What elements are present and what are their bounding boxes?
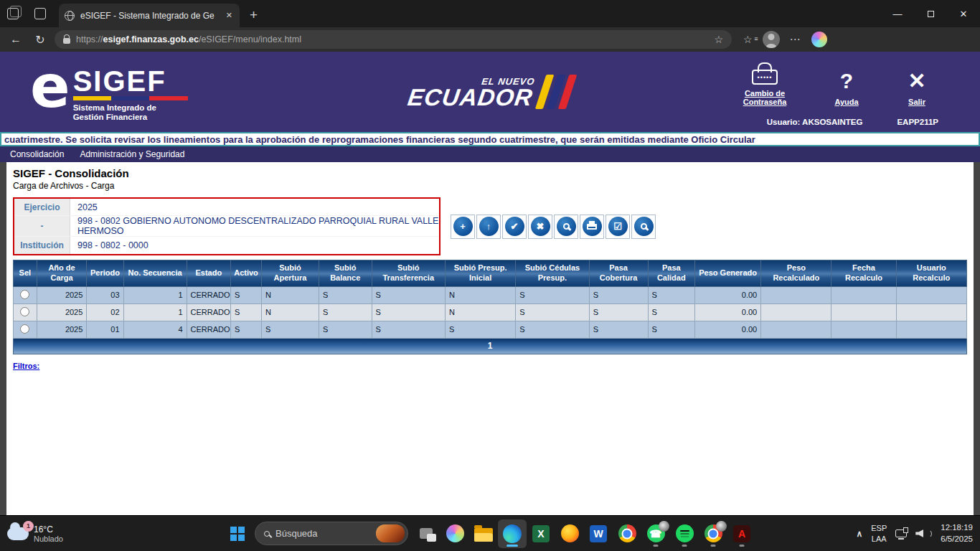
- el-nuevo-ecuador-logo: EL NUEVO ECUADOR: [409, 75, 572, 109]
- print-button[interactable]: [580, 215, 604, 239]
- back-icon[interactable]: ←: [6, 33, 26, 46]
- refresh-icon[interactable]: ↻: [30, 33, 50, 47]
- tray-expand-icon[interactable]: ∧: [856, 529, 862, 539]
- running-indicator: [682, 545, 687, 547]
- confirm-record-icon: ☑: [608, 217, 628, 236]
- taskbar-file-explorer-icon[interactable]: [469, 519, 498, 548]
- taskbar-chrome-icon[interactable]: [613, 519, 641, 548]
- table-cell: 03: [87, 286, 123, 303]
- column-header: Sel: [14, 260, 37, 287]
- browser-tab[interactable]: eSIGEF - Sistema Integrado de Ge ✕: [59, 4, 240, 27]
- pager-bar[interactable]: 1: [13, 339, 967, 354]
- query-record-button[interactable]: [631, 215, 656, 239]
- row-select-radio[interactable]: [20, 324, 29, 334]
- tab-close-icon[interactable]: ✕: [225, 11, 234, 20]
- table-cell: 01: [87, 321, 123, 338]
- taskbar-firefox-icon[interactable]: [555, 519, 584, 548]
- page-title: SIGEF - Consolidación: [13, 167, 974, 179]
- save-record-icon: ↑: [479, 217, 499, 236]
- taskbar-search[interactable]: Búsqueda: [255, 522, 408, 545]
- column-header: Pasa Calidad: [648, 260, 695, 287]
- select-cell: [14, 286, 37, 303]
- maximize-button[interactable]: [914, 0, 947, 27]
- table-cell: CERRADO: [187, 286, 230, 303]
- chrome-profile-glyph: [705, 524, 722, 542]
- clock[interactable]: 12:18:19 6/5/2025: [941, 522, 973, 545]
- table-cell: 02: [87, 303, 123, 321]
- form-row: Ejercicio2025: [14, 199, 439, 216]
- menu-item-consolidaci-n[interactable]: Consolidación: [10, 149, 64, 159]
- taskbar-edge-icon[interactable]: [498, 519, 527, 548]
- bookmark-star-icon[interactable]: ☆: [714, 34, 723, 45]
- language-indicator[interactable]: ESP LAA: [871, 523, 887, 545]
- logo-subtitle-2: Gestión Financiera: [73, 113, 188, 122]
- minimize-button[interactable]: —: [881, 0, 914, 27]
- row-select-radio[interactable]: [20, 290, 29, 299]
- network-icon[interactable]: [895, 529, 907, 537]
- taskbar-chrome-profile-icon[interactable]: [699, 519, 727, 548]
- table-wrap: SelAño de CargaPeriodoNo. SecuenciaEstad…: [13, 260, 967, 354]
- system-tray: ∧ ESP LAA 12:18:19 6/5/2025: [856, 522, 973, 545]
- confirm-record-button[interactable]: ☑: [606, 215, 630, 239]
- logo-e: e: [30, 62, 70, 112]
- page-number[interactable]: 1: [488, 341, 493, 351]
- header-actions: Cambio de Contraseña?Ayuda✕Salir: [732, 60, 938, 106]
- taskbar-whatsapp-icon[interactable]: ☎: [641, 519, 670, 548]
- split-screen-icon[interactable]: [34, 8, 46, 19]
- file-explorer-glyph: [474, 528, 493, 542]
- taskbar-acrobat-icon[interactable]: A: [727, 519, 756, 548]
- taskbar-spotify-icon[interactable]: [670, 519, 699, 548]
- favorites-icon[interactable]: ☆≡: [743, 34, 753, 45]
- table-row: 2025021CERRADOSNSSNSSS0.00: [14, 303, 967, 321]
- exit-button[interactable]: ✕Salir: [895, 69, 938, 106]
- volume-icon[interactable]: [915, 529, 923, 537]
- delete-record-button[interactable]: ✖: [528, 215, 552, 239]
- taskbar-word-icon[interactable]: W: [584, 519, 613, 548]
- notification-badge: 1: [23, 521, 34, 532]
- form-label: -: [14, 216, 70, 236]
- running-indicator: [654, 545, 659, 547]
- question-icon: ?: [840, 69, 853, 93]
- table-cell: [896, 303, 966, 321]
- column-header: Activo: [231, 260, 262, 287]
- new-record-button[interactable]: +: [451, 215, 475, 239]
- change-password-button[interactable]: Cambio de Contraseña: [732, 60, 798, 106]
- weather-widget[interactable]: 1 16°C Nublado: [7, 524, 63, 543]
- save-record-button[interactable]: ↑: [476, 215, 501, 239]
- form-row: Institución998 - 0802 - 0000: [14, 237, 439, 254]
- menu-item-administraci-n-y-seguridad[interactable]: Administración y Seguridad: [80, 149, 184, 159]
- taskbar-excel-icon[interactable]: X: [527, 519, 555, 548]
- table-cell: 1: [123, 286, 187, 303]
- taskbar-task-view-icon[interactable]: [412, 519, 440, 548]
- profile-avatar[interactable]: [763, 31, 780, 48]
- record-toolbar: +↑✔✖☑: [451, 215, 656, 239]
- form-row: -998 - 0802 GOBIERNO AUTONOMO DESCENTRAL…: [14, 216, 439, 237]
- delete-record-icon: ✖: [531, 217, 550, 236]
- new-tab-button[interactable]: +: [240, 7, 268, 27]
- address-bar[interactable]: https://esigef.finanzas.gob.ec/eSIGEF/me…: [55, 30, 732, 49]
- workspaces-icon[interactable]: [7, 8, 19, 19]
- table-body: 2025031CERRADOSNSSNSSS0.002025021CERRADO…: [14, 286, 967, 338]
- view-record-button[interactable]: [554, 215, 578, 239]
- taskbar-copilot-icon[interactable]: [440, 519, 469, 548]
- column-header: Subió Cédulas Presup.: [516, 260, 589, 287]
- start-button[interactable]: [230, 527, 245, 541]
- magnifier-glyph: [563, 223, 570, 230]
- validate-record-button[interactable]: ✔: [502, 215, 527, 239]
- table-cell: S: [262, 321, 319, 338]
- browser-toolbar: ← ↻ https://esigef.finanzas.gob.ec/eSIGE…: [0, 27, 980, 52]
- running-indicator: [507, 545, 518, 547]
- table-cell: 2025: [37, 286, 87, 303]
- settings-menu-icon[interactable]: ⋯: [790, 33, 801, 46]
- copilot-icon[interactable]: [811, 32, 827, 47]
- filters-link[interactable]: Filtros:: [13, 362, 39, 370]
- acrobat-glyph: A: [733, 525, 750, 542]
- table-cell: S: [648, 303, 695, 321]
- table-cell: S: [445, 321, 515, 338]
- table-cell: S: [372, 303, 445, 321]
- row-select-radio[interactable]: [20, 307, 29, 316]
- close-button[interactable]: ✕: [947, 0, 980, 27]
- help-button[interactable]: ?Ayuda: [825, 69, 868, 106]
- column-header: Periodo: [87, 260, 123, 287]
- column-header: Año de Carga: [37, 260, 87, 287]
